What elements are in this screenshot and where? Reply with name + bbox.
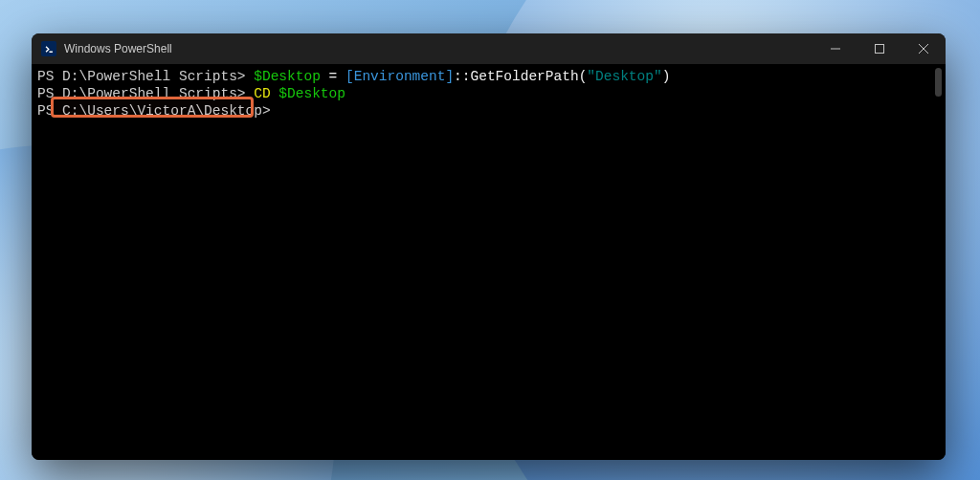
annotation-highlight	[51, 97, 254, 118]
command-segment: CD	[254, 86, 278, 101]
window-controls	[813, 33, 946, 64]
terminal-line: PS D:\PowerShell Scripts> $Desktop = [En…	[37, 68, 946, 85]
command-segment: "Desktop"	[587, 69, 661, 84]
command-segment: $Desktop	[278, 86, 345, 101]
svg-rect-2	[876, 45, 884, 54]
scrollbar-thumb[interactable]	[935, 68, 942, 97]
window-title: Windows PowerShell	[64, 42, 172, 55]
terminal-pane[interactable]: PS D:\PowerShell Scripts> $Desktop = [En…	[32, 64, 946, 460]
command-segment: ::GetFolderPath(	[454, 69, 587, 84]
powershell-icon	[41, 41, 56, 56]
command-segment: $Desktop	[254, 69, 321, 84]
minimize-button[interactable]	[813, 33, 858, 64]
titlebar[interactable]: Windows PowerShell	[32, 33, 946, 64]
maximize-button[interactable]	[858, 33, 902, 64]
command-segment: [Environment]	[345, 69, 454, 84]
close-button[interactable]	[902, 33, 946, 64]
prompt: PS D:\PowerShell Scripts>	[37, 69, 254, 84]
command-segment: )	[662, 69, 671, 84]
command-segment: =	[321, 69, 345, 84]
